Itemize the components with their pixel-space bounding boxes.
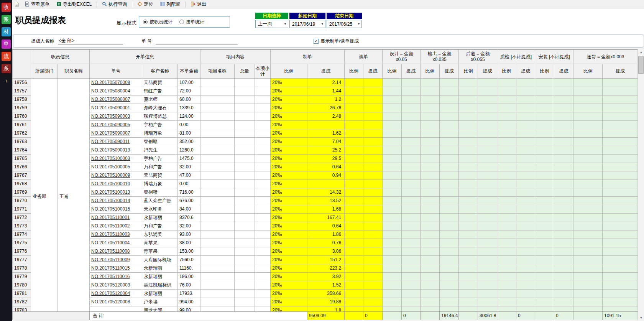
col-header-amount[interactable]: 本单金额 xyxy=(178,64,200,79)
sidebar-tab-orders[interactable]: 单 xyxy=(2,40,11,49)
col-header-customer[interactable]: 客户名称 xyxy=(142,64,178,79)
col-header-install-ratio[interactable]: 比例 xyxy=(535,64,554,79)
scrollbar-thumb[interactable] xyxy=(638,56,644,74)
customer-cell: 吴江凯瑞标识 xyxy=(142,281,178,290)
export-excel-button[interactable]: X 导出到EXCEL xyxy=(53,0,95,9)
order-link[interactable]: NO.201705100010 xyxy=(91,181,130,186)
order-link[interactable]: NO.201705090013 xyxy=(91,147,130,153)
date-preset-dropdown[interactable]: 上一周 ▼ xyxy=(255,20,288,28)
group-header-install[interactable]: 安装 [不计提成] xyxy=(535,50,573,64)
order-link[interactable]: NO.201705110015 xyxy=(91,265,130,271)
group-header-talk-order[interactable]: 谈单 xyxy=(345,50,383,64)
col-header-department[interactable]: 所属部门 xyxy=(31,64,58,79)
group-header-post-process[interactable]: 后道 = 金额 x0.055 xyxy=(459,50,497,64)
order-link[interactable]: NO.201705070008 xyxy=(91,80,130,85)
col-header-post-ratio[interactable]: 比例 xyxy=(459,64,478,79)
exit-button[interactable]: 退出 xyxy=(187,0,209,9)
customer-cell: 黑龙太郎 xyxy=(142,306,178,312)
install-ratio-cell xyxy=(535,163,554,171)
order-link[interactable]: NO.201705120004 xyxy=(91,291,130,296)
design-commission-cell xyxy=(402,273,421,281)
order-link[interactable]: NO.201705100009 xyxy=(91,173,130,178)
col-header-design-ratio[interactable]: 比例 xyxy=(383,64,402,79)
order-link[interactable]: NO.201705110003 xyxy=(91,232,130,237)
sidebar-tab-add[interactable]: + xyxy=(2,76,11,86)
group-header-make-order[interactable]: 制单 xyxy=(271,50,345,64)
order-link[interactable]: NO.201705090001 xyxy=(91,105,130,110)
col-header-quantity[interactable]: 总量 xyxy=(235,64,255,79)
col-header-output-ratio[interactable]: 比例 xyxy=(421,64,440,79)
col-header-install-commission[interactable]: 提成 xyxy=(554,64,573,79)
order-link[interactable]: NO.201705110001 xyxy=(91,215,130,220)
commission-person-input[interactable] xyxy=(58,38,123,44)
view-original-order-button[interactable]: 查看原单 xyxy=(21,0,53,9)
col-header-qc-commission[interactable]: 提成 xyxy=(516,64,535,79)
col-header-make-commission[interactable]: 提成 xyxy=(307,64,345,79)
order-number-input[interactable] xyxy=(156,38,238,44)
order-link[interactable]: NO.201705100005 xyxy=(91,164,130,170)
order-link[interactable]: NO.201705100013 xyxy=(91,189,130,195)
delivery-ratio-cell xyxy=(573,95,603,104)
group-header-quality-check[interactable]: 质检 [不计提成] xyxy=(497,50,535,64)
install-commission-cell xyxy=(554,155,573,163)
scroll-down-icon[interactable]: ▼ xyxy=(638,314,644,321)
order-link[interactable]: NO.201705120003 xyxy=(91,282,130,288)
group-header-order-info[interactable]: 开单信息 xyxy=(90,50,200,64)
col-header-talk-ratio[interactable]: 比例 xyxy=(345,64,363,79)
col-header-delivery-ratio[interactable]: 比例 xyxy=(573,64,603,79)
col-header-employee[interactable]: 职员名称 xyxy=(58,64,90,79)
order-link[interactable]: NO.201705100015 xyxy=(91,206,130,212)
order-link[interactable]: NO.201705120008 xyxy=(91,299,130,305)
group-header-employee-info[interactable]: 职员信息 xyxy=(31,50,90,64)
order-link[interactable]: NO.201705080004 xyxy=(91,88,130,94)
show-commission-checkbox[interactable]: ✓ 显示制单/谈单提成 xyxy=(314,38,358,44)
sidebar-tab-system[interactable]: 系 xyxy=(2,64,11,73)
col-header-make-ratio[interactable]: 比例 xyxy=(271,64,307,79)
sidebar-tab-accounts[interactable]: 账 xyxy=(2,15,11,24)
col-header-delivery-commission[interactable]: 提成 xyxy=(603,64,637,79)
col-header-project-name[interactable]: 项目名称 xyxy=(200,64,235,79)
make-commission-cell: 2.48 xyxy=(307,112,345,121)
col-header-post-commission[interactable]: 提成 xyxy=(478,64,497,79)
radio-by-order[interactable]: 按单统计 xyxy=(179,19,204,25)
order-link[interactable]: NO.201705110008 xyxy=(91,249,130,254)
order-link[interactable]: NO.201705090007 xyxy=(91,130,130,136)
col-header-subtotal[interactable]: 本项小计 xyxy=(255,64,271,79)
row-number: 19768 xyxy=(13,180,31,188)
order-link[interactable]: NO.201705080007 xyxy=(91,97,130,102)
sidebar-tab-receive[interactable]: 收 xyxy=(2,3,11,12)
locate-button[interactable]: 定位 xyxy=(134,0,156,9)
col-header-talk-commission[interactable]: 提成 xyxy=(363,64,383,79)
order-link[interactable]: NO.201705110016 xyxy=(91,274,130,279)
quantity-cell xyxy=(235,298,255,306)
order-link[interactable]: NO.201705110002 xyxy=(91,223,130,229)
column-config-button[interactable]: 列配置 xyxy=(157,0,183,9)
talk-ratio-cell xyxy=(345,273,363,281)
order-link[interactable]: NO.201705100014 xyxy=(91,198,130,203)
order-link[interactable]: NO.201705100003 xyxy=(91,156,130,161)
run-query-button[interactable]: 执行查询 xyxy=(99,0,130,9)
order-link[interactable]: NO.201705110009 xyxy=(91,257,130,262)
start-date-dropdown[interactable]: 2017/06/19 ▼ xyxy=(289,20,325,28)
sidebar-tab-materials[interactable]: 材 xyxy=(2,27,11,36)
col-header-qc-ratio[interactable]: 比例 xyxy=(497,64,516,79)
order-link[interactable]: NO.201705110004 xyxy=(91,240,130,245)
group-header-design[interactable]: 设计 = 金额 x0.05 xyxy=(383,50,421,64)
col-header-output-commission[interactable]: 提成 xyxy=(440,64,459,79)
vertical-scrollbar[interactable]: ▲ ▼ xyxy=(637,49,644,321)
group-header-output[interactable]: 输出 = 金额 x0.035 xyxy=(421,50,459,64)
order-link[interactable]: NO.201705090005 xyxy=(91,122,130,127)
radio-by-employee[interactable]: 按职员统计 xyxy=(143,19,172,25)
group-header-delivery[interactable]: 送货 = 金额x0.003 xyxy=(573,50,637,64)
col-header-order-no[interactable]: 单号 xyxy=(90,64,142,79)
output-commission-cell xyxy=(440,171,459,180)
scroll-up-icon[interactable]: ▲ xyxy=(638,49,644,56)
order-link[interactable]: NO.201705090011 xyxy=(91,139,130,144)
order-link[interactable]: NO.201705090003 xyxy=(91,114,130,119)
subtotal-cell xyxy=(255,87,271,95)
col-header-design-commission[interactable]: 提成 xyxy=(402,64,421,79)
end-date-dropdown[interactable]: 2017/06/25 ▼ xyxy=(327,20,362,28)
sidebar-tab-workflow[interactable]: 流 xyxy=(2,52,11,61)
group-header-project-content[interactable]: 项目内容 xyxy=(200,50,271,64)
talk-commission-cell xyxy=(363,180,383,188)
